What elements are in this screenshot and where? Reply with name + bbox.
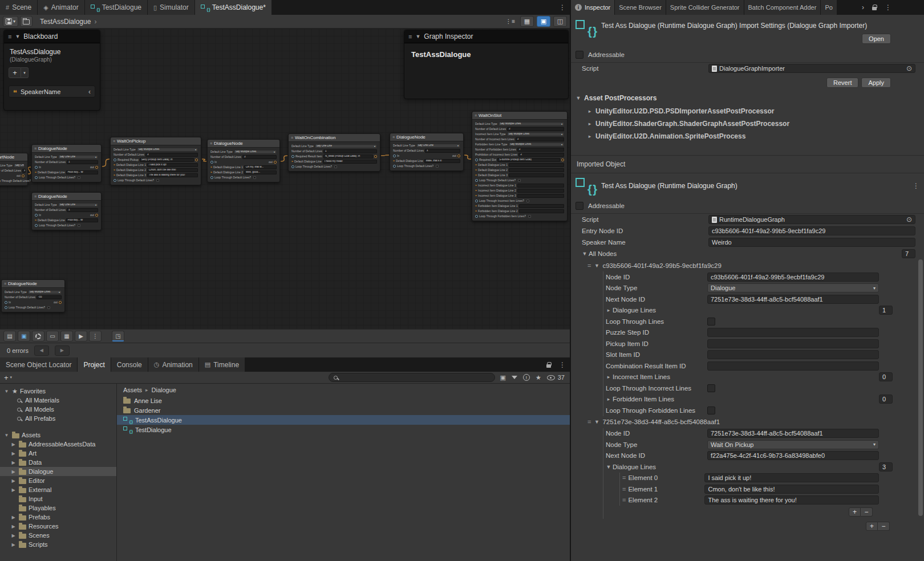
panel-menu-icon[interactable]: ≡ xyxy=(408,33,412,40)
speaker-name-field[interactable]: Weirdo xyxy=(708,238,915,247)
output-port-icon[interactable] xyxy=(95,214,98,217)
text-field-puzzle-step-id[interactable] xyxy=(707,328,879,337)
text-field-node-id[interactable]: c93b5606-401f-49a2-99b5-9ecbf1fa9c29 xyxy=(707,273,879,282)
add-element-button[interactable]: + xyxy=(849,507,861,517)
addressable-checkbox[interactable] xyxy=(576,51,583,59)
node-line-field[interactable]: Mate, that's it! xyxy=(424,159,460,163)
foldout-arrow-icon[interactable]: ▸ xyxy=(606,374,611,380)
foldout-arrow-icon[interactable]: ▶ xyxy=(10,524,17,529)
foldout-arrow-icon[interactable]: ▶ xyxy=(10,542,17,547)
object-menu-icon[interactable]: ⋮ xyxy=(913,182,919,190)
graph-node-dialoguenode[interactable]: ≡DialogueNodeDefault Line TypeSay One Li… xyxy=(31,192,102,230)
node-checkbox[interactable] xyxy=(518,179,521,182)
script-object-field[interactable]: DialogueGraphImporter ⊙ xyxy=(708,64,915,73)
drag-handle-icon[interactable]: = xyxy=(587,262,591,269)
node-object-field[interactable]: S-bonfire (Pickup Item Goal) xyxy=(497,158,560,162)
settings-gear-icon[interactable] xyxy=(32,331,44,342)
node-collapse-icon[interactable]: ≡ xyxy=(392,135,395,139)
blackboard-panel[interactable]: ≡ ▼ Blackboard TestAssDialogue (Dialogue… xyxy=(3,30,100,111)
load-graph-button[interactable] xyxy=(20,16,33,27)
asset-testdialogue[interactable]: TestDialogue xyxy=(117,425,570,434)
array-size-field[interactable]: 7 xyxy=(902,249,915,258)
blackboard-toggle-button[interactable]: ▦ xyxy=(520,16,534,27)
window-menu-icon[interactable]: ⋮ xyxy=(555,357,570,372)
element-value-field[interactable]: I said pick it up! xyxy=(704,473,879,482)
foldout-arrow-icon[interactable]: ▸ xyxy=(587,133,593,139)
node-collapse-icon[interactable]: ≡ xyxy=(34,194,37,198)
foldout-arrow-icon[interactable]: ▼ xyxy=(594,263,599,269)
tree-folder-scenes[interactable]: ▶Scenes xyxy=(0,531,116,540)
tab-scene[interactable]: #Scene xyxy=(0,0,38,15)
node-element-header[interactable]: =▼c93b5606-401f-49a2-99b5-9ecbf1fa9c29 xyxy=(571,259,924,271)
node-enum-dropdown[interactable]: Say Multiple Lines▾ xyxy=(509,143,564,147)
collapse-arrow-icon[interactable]: ▼ xyxy=(415,34,420,39)
tab-testdialogue[interactable]: TestDialogue xyxy=(85,0,148,15)
foldout-arrow-icon[interactable]: ▶ xyxy=(10,469,17,474)
node-line-field[interactable]: Oh my, that w... xyxy=(244,165,277,169)
node-object-field[interactable]: N_Meat (Pickup Goal Data); In xyxy=(323,155,373,158)
node-checkbox[interactable] xyxy=(526,200,529,202)
inspector-scrollbar[interactable] xyxy=(918,259,923,516)
node-value-field[interactable]: -55 xyxy=(37,295,62,299)
favorite-item-all-materials[interactable]: All Materials xyxy=(0,396,116,405)
breadcrumb-assets[interactable]: Assets xyxy=(123,387,142,393)
graph-node-dialoguenode[interactable]: ≡DialogueNodeDefault Line TypeSay Multip… xyxy=(1,279,65,312)
checkbox-loop-through-incorrect-lines[interactable] xyxy=(707,384,715,392)
array-size-field[interactable]: 1 xyxy=(879,306,893,315)
postprocessor-item[interactable]: ▸UnityEditor.U2D.Animation.SpritePostPro… xyxy=(571,130,924,143)
blackboard-header[interactable]: ≡ ▼ Blackboard xyxy=(4,30,100,43)
tree-folder-art[interactable]: ▶Art xyxy=(0,449,116,458)
element-value-field[interactable]: Cmon, don't be like this! xyxy=(704,485,879,494)
asset-anne-lise[interactable]: Anne Lise xyxy=(117,396,570,405)
graph-inspector-header[interactable]: ≡ ▼ Graph Inspector xyxy=(404,30,568,43)
tree-folder-input[interactable]: Input xyxy=(0,494,116,503)
graph-inspector-toggle-button[interactable]: ▣ xyxy=(537,16,550,27)
node-checkbox[interactable] xyxy=(78,224,80,227)
lock-icon[interactable] xyxy=(542,357,555,372)
node-enum-dropdown[interactable]: Say One Line▾ xyxy=(58,155,98,159)
foldout-arrow-icon[interactable]: ▶ xyxy=(10,487,17,493)
search-by-label-icon[interactable]: ! xyxy=(523,374,530,381)
window-menu-icon[interactable]: ⋮ xyxy=(881,0,895,15)
add-node-button[interactable]: + xyxy=(866,522,878,531)
favorites-header[interactable]: ▼★Favorites xyxy=(0,387,116,396)
tab-scroll-right-icon[interactable]: › xyxy=(858,0,868,15)
inspector-content[interactable]: Test Ass Dialogue (Runtime Dialogue Grap… xyxy=(571,15,924,561)
output-port-icon[interactable] xyxy=(274,161,277,164)
graph-inspector-panel[interactable]: ≡ ▼ Graph Inspector TestAssDialogue xyxy=(404,30,569,99)
drag-handle-icon[interactable]: = xyxy=(587,418,591,425)
asset-gardener[interactable]: Gardener xyxy=(117,405,570,415)
drag-handle-icon[interactable]: = xyxy=(622,486,626,493)
more-options-icon[interactable]: ⋮ xyxy=(89,331,102,342)
tree-folder-editor[interactable]: ▶Editor xyxy=(0,476,116,485)
node-value-field[interactable]: 3 xyxy=(145,153,198,157)
node-line-field[interactable] xyxy=(509,168,564,172)
node-value-field[interactable]: 1 xyxy=(67,160,98,164)
array-size-field[interactable]: 3 xyxy=(879,462,893,471)
postprocessor-item[interactable]: ▸UnityEditor.ShaderGraph.ShaderGraphAsse… xyxy=(571,117,924,130)
node-line-field[interactable]: Pool boy... W xyxy=(66,218,98,222)
all-nodes-row[interactable]: ▼ All Nodes 7 xyxy=(571,248,924,259)
minimap-icon[interactable]: ◳ xyxy=(112,331,124,342)
entry-node-id-field[interactable]: c93b5606-401f-49a2-99b5-9ecbf1fa9c29 xyxy=(708,226,915,235)
collapse-arrow-icon[interactable]: ▼ xyxy=(15,34,20,39)
node-line-field[interactable]: Hoot boy... W xyxy=(66,170,98,174)
breadcrumb-item[interactable]: TestAssDialogue xyxy=(40,18,91,26)
tree-folder-dialogue[interactable]: ▶Dialogue xyxy=(0,467,116,476)
node-value-field[interactable]: 3 xyxy=(242,155,277,159)
graph-breadcrumb[interactable]: TestAssDialogue › xyxy=(34,18,102,26)
input-port-icon[interactable] xyxy=(393,155,396,157)
node-checkbox[interactable] xyxy=(253,176,256,179)
drag-handle-icon[interactable]: = xyxy=(622,474,626,481)
text-field-next-node-id[interactable]: 7251e73e-38d3-44ff-a8c5-bcf54088aaf1 xyxy=(707,295,879,304)
save-search-icon[interactable]: ★ xyxy=(536,374,541,381)
node-line-field[interactable] xyxy=(517,184,564,188)
open-button[interactable]: Open xyxy=(862,34,891,44)
tab-scene-object-locator[interactable]: Scene Object Locator xyxy=(0,357,78,372)
add-variable-button[interactable]: + xyxy=(9,67,21,78)
checkbox-loop-through-lines[interactable] xyxy=(707,318,715,326)
favorite-item-all-prefabs[interactable]: All Prefabs xyxy=(0,414,116,423)
tree-folder-playables[interactable]: Playables xyxy=(0,503,116,513)
enum-dropdown-node-type[interactable]: Dialogue▾ xyxy=(707,283,879,292)
graph-node-waitoncombination[interactable]: ≡WaitOnCombinationDefault Line TypeSay O… xyxy=(288,133,380,172)
